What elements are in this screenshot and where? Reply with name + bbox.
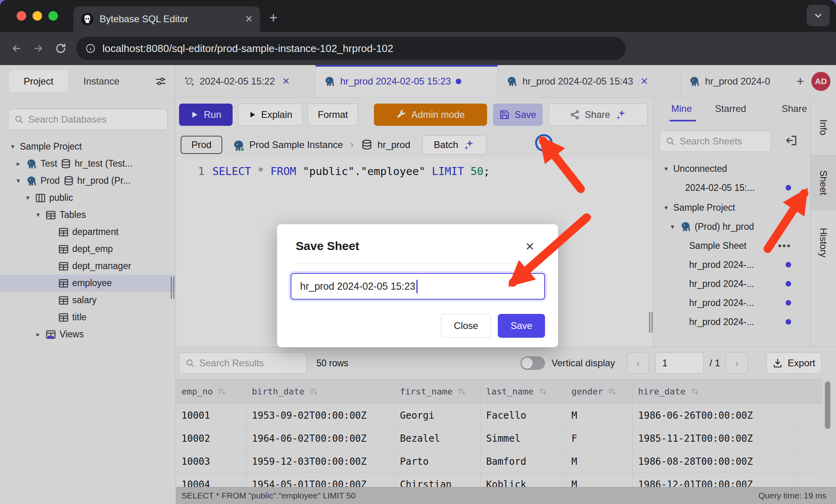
vertical-display-toggle[interactable] <box>520 356 545 370</box>
caret-down-icon[interactable]: ▾ <box>34 211 42 219</box>
sheet-group-database[interactable]: ▾ (Prod) hr_prod <box>653 217 810 236</box>
tree-item-table-salary[interactable]: salary <box>0 292 175 309</box>
back-icon[interactable] <box>10 42 22 54</box>
tree-item-table-dept-emp[interactable]: dept_emp <box>0 240 175 258</box>
caret-down-icon[interactable]: ▾ <box>9 142 17 151</box>
sheet-name-input[interactable]: hr_prod 2024-02-05 15:23 <box>291 273 545 300</box>
sheet-item[interactable]: hr_prod 2024-... <box>653 274 810 293</box>
caret-down-icon[interactable]: ▾ <box>14 177 22 185</box>
tree-item-tables-group[interactable]: ▾ Tables <box>0 206 175 223</box>
column-header[interactable]: hire_date <box>632 379 794 404</box>
tree-item-schema-public[interactable]: ▾ public <box>0 189 175 206</box>
url-bar[interactable]: localhost:8080/sql-editor/prod-sample-in… <box>76 37 626 60</box>
worksheet-tab-2-active[interactable]: hr_prod 2024-02-05 15:23 <box>316 65 498 97</box>
search-sheets-input[interactable]: Search Sheets <box>659 131 771 152</box>
sort-icon[interactable] <box>309 387 319 396</box>
window-close-button[interactable] <box>17 11 26 21</box>
tab-starred[interactable]: Starred <box>715 103 746 114</box>
worksheet-tab-3[interactable]: hr_prod 2024-02-05 15:43 ✕ <box>498 65 680 97</box>
caret-right-icon[interactable]: ▸ <box>14 160 22 168</box>
explain-button[interactable]: Explain <box>238 104 302 126</box>
next-page-button[interactable]: › <box>726 352 748 374</box>
caret-down-icon[interactable]: ▾ <box>668 223 676 231</box>
export-button[interactable]: Export <box>766 352 822 374</box>
more-options-icon[interactable]: ••• <box>778 240 791 252</box>
tab-info[interactable]: Info <box>811 100 836 155</box>
prev-page-button[interactable]: ‹ <box>627 352 649 374</box>
search-results-input[interactable]: Search Results <box>179 352 307 374</box>
caret-down-icon[interactable]: ▾ <box>662 165 670 173</box>
sheet-item[interactable]: hr_prod 2024-... <box>653 312 810 331</box>
sheet-group-unconnected[interactable]: ▾ Unconnected <box>653 159 810 178</box>
sheet-item-sample-sheet[interactable]: Sample Sheet ••• <box>653 236 810 255</box>
sidebar-resize-handle[interactable] <box>171 277 175 299</box>
tree-item-table-title[interactable]: title <box>0 309 175 326</box>
table-row[interactable]: 100021964-06-02T00:00:00ZBezalelSimmelF1… <box>176 427 823 450</box>
sheet-item[interactable]: hr_prod 2024-... <box>653 255 810 274</box>
reload-icon[interactable] <box>55 42 67 54</box>
tree-item-table-dept-manager[interactable]: dept_manager <box>0 258 175 275</box>
avatar[interactable]: AD <box>811 72 830 91</box>
worksheet-tab-1[interactable]: 2024-02-05 15:22 ✕ <box>176 65 316 97</box>
database-name[interactable]: hr_prod <box>378 139 410 150</box>
import-sheet-icon[interactable] <box>785 134 798 147</box>
add-worksheet-button[interactable]: + <box>790 65 811 97</box>
site-info-icon[interactable] <box>85 43 96 54</box>
sort-icon[interactable] <box>608 387 617 396</box>
tree-item-project[interactable]: ▾ Sample Project <box>0 138 175 155</box>
save-button[interactable]: Save <box>493 104 543 126</box>
sort-icon[interactable] <box>218 387 227 396</box>
column-header[interactable]: last_name <box>480 379 566 404</box>
tree-item-views-group[interactable]: ▸ Views <box>0 326 175 343</box>
tree-item-prod-database[interactable]: ▾ Prod hr_prod (Pr... <box>0 172 175 189</box>
share-button[interactable]: Share <box>549 104 648 126</box>
sort-icon[interactable] <box>457 387 467 396</box>
page-number-input[interactable]: 1 <box>655 352 704 374</box>
tree-item-table-employee[interactable]: employee <box>0 275 175 292</box>
run-button[interactable]: Run <box>179 104 233 126</box>
worksheet-tab-4[interactable]: hr_prod 2024-0 <box>680 65 790 97</box>
format-button[interactable]: Format <box>308 104 358 126</box>
window-zoom-button[interactable] <box>48 11 58 21</box>
tab-sheet[interactable]: Sheet <box>811 155 836 210</box>
scrollbar-thumb[interactable] <box>825 381 830 429</box>
filter-settings-icon[interactable] <box>155 75 167 87</box>
close-tab-icon[interactable]: ✕ <box>640 76 648 87</box>
caret-down-icon[interactable]: ▾ <box>24 194 32 202</box>
sort-icon[interactable] <box>538 387 548 396</box>
tab-mine[interactable]: Mine <box>671 103 692 114</box>
search-databases-input[interactable]: Search Databases <box>8 109 168 130</box>
caret-down-icon[interactable]: ▾ <box>662 204 670 212</box>
column-header[interactable]: gender <box>566 379 632 404</box>
sheet-item[interactable]: 2024-02-05 15:... <box>653 178 810 197</box>
dialog-save-button[interactable]: Save <box>498 314 545 338</box>
close-tab-icon[interactable]: ✕ <box>282 76 290 87</box>
browser-tab[interactable]: Bytebase SQL Editor ✕ <box>73 6 260 32</box>
sheet-group-project[interactable]: ▾ Sample Project <box>653 198 810 217</box>
dialog-close-icon[interactable]: ✕ <box>525 240 534 253</box>
sort-icon[interactable] <box>690 387 700 396</box>
admin-mode-button[interactable]: Admin mode <box>374 104 487 126</box>
table-row[interactable]: 100011953-09-02T00:00:00ZGeorgiFacelloM1… <box>176 404 823 427</box>
batch-button[interactable]: Batch <box>422 135 487 154</box>
environment-chip[interactable]: Prod <box>181 136 222 154</box>
caret-right-icon[interactable]: ▸ <box>34 330 42 339</box>
column-header[interactable]: emp_no <box>176 379 246 404</box>
instance-name[interactable]: Prod Sample Instance <box>249 139 343 150</box>
new-tab-button[interactable]: + <box>269 10 277 26</box>
panel-resize-handle[interactable] <box>649 312 653 333</box>
tab-share[interactable]: Share <box>782 103 807 114</box>
tab-history[interactable]: History <box>811 210 836 275</box>
dialog-close-button[interactable]: Close <box>441 314 491 338</box>
forward-icon[interactable] <box>33 42 44 54</box>
tab-instance[interactable]: Instance <box>83 76 119 87</box>
tree-item-table-department[interactable]: department <box>0 223 175 240</box>
table-row[interactable]: 100041954-05-01T00:00:00ZChirstianKoblic… <box>176 473 823 487</box>
tab-project[interactable]: Project <box>9 70 68 92</box>
browser-tab-close-icon[interactable]: ✕ <box>245 13 253 25</box>
column-header[interactable]: first_name <box>394 379 480 404</box>
sheet-item[interactable]: hr_prod 2024-... <box>653 293 810 312</box>
tab-search-chevron-button[interactable] <box>807 5 830 26</box>
table-row[interactable]: 100031959-12-03T00:00:00ZPartoBamfordM19… <box>176 450 823 473</box>
ai-assistant-button[interactable] <box>535 134 553 152</box>
